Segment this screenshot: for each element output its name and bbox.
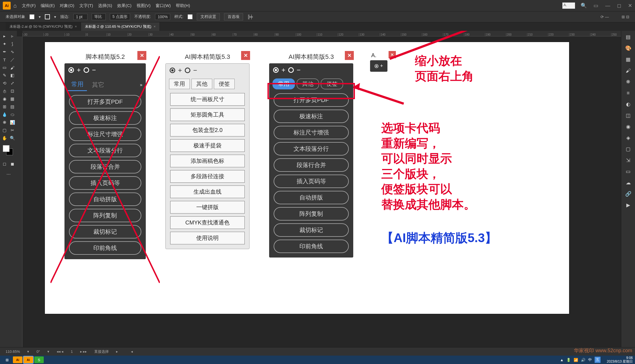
brushes-icon[interactable]: 🖌 bbox=[624, 66, 633, 75]
asset-export-icon[interactable]: ⇲ bbox=[624, 156, 633, 165]
script-button[interactable]: 多段路径连接 bbox=[170, 170, 245, 183]
graph-tool[interactable]: 📊 bbox=[9, 119, 16, 126]
style-swatch[interactable] bbox=[188, 14, 193, 19]
search-icon[interactable]: 🔍 bbox=[581, 3, 587, 8]
shape-builder-tool[interactable]: ◉ bbox=[1, 95, 8, 103]
script-button[interactable]: 打开多页PDF bbox=[274, 93, 349, 107]
script-button[interactable]: 生成出血线 bbox=[170, 186, 245, 198]
tab-other[interactable]: 其他 bbox=[297, 78, 319, 89]
menu-view[interactable]: 视图(V) bbox=[137, 3, 151, 8]
uniform-field[interactable]: 等比 bbox=[92, 13, 106, 20]
radio-option[interactable] bbox=[185, 68, 190, 73]
scale-tool[interactable]: ⤢ bbox=[9, 80, 16, 87]
preferences-button[interactable]: 首选项 bbox=[224, 13, 243, 20]
shaper-tool[interactable]: ✎ bbox=[1, 72, 8, 79]
graphic-styles-icon[interactable]: ◈ bbox=[624, 133, 633, 142]
taskbar-app[interactable]: S bbox=[34, 356, 44, 363]
tab-other[interactable]: 其它 bbox=[89, 79, 108, 91]
opacity-field[interactable]: 100% bbox=[155, 14, 170, 20]
menu-effect[interactable]: 效果(C) bbox=[117, 3, 131, 8]
script-button[interactable]: 阵列复制 bbox=[274, 207, 349, 221]
menu-select[interactable]: 选择(S) bbox=[98, 3, 112, 8]
tab-common[interactable]: 常用 bbox=[273, 78, 295, 89]
rectangle-tool[interactable]: ▭ bbox=[1, 64, 8, 71]
transparency-icon[interactable]: ◫ bbox=[624, 111, 633, 120]
align-icon[interactable]: ╠╪ bbox=[247, 15, 253, 19]
radio-option[interactable] bbox=[68, 67, 74, 73]
mini-panel-dock[interactable]: A. bbox=[562, 3, 575, 9]
script-button[interactable]: 插入页码等 bbox=[69, 176, 141, 190]
draw-mode[interactable]: ◻ bbox=[1, 160, 8, 168]
minimize-icon[interactable]: — bbox=[605, 3, 610, 8]
script-button[interactable]: 印前角线 bbox=[274, 240, 349, 253]
color-controls[interactable] bbox=[3, 145, 14, 156]
perspective-tool[interactable]: ▦ bbox=[9, 95, 16, 103]
script-button[interactable]: 插入页码等 bbox=[274, 175, 349, 188]
hand-tool[interactable]: ✋ bbox=[1, 135, 8, 142]
appearance-icon[interactable]: ◉ bbox=[624, 122, 633, 131]
script-button[interactable]: 添加画稿色标 bbox=[170, 155, 245, 167]
tab-common[interactable]: 常用 bbox=[68, 78, 87, 91]
start-button[interactable]: ⊞ bbox=[2, 356, 12, 363]
menu-type[interactable]: 文字(T) bbox=[79, 3, 93, 8]
script-button[interactable]: 段落行合并 bbox=[69, 160, 141, 173]
brush-field[interactable]: 5 点圆形 bbox=[110, 13, 130, 20]
close-button[interactable]: ✕ bbox=[137, 51, 146, 60]
swatches-icon[interactable]: ▦ bbox=[624, 55, 633, 64]
fill-swatch[interactable] bbox=[29, 14, 34, 19]
document-setup-button[interactable]: 文档设置 bbox=[197, 13, 220, 20]
foreground-color[interactable] bbox=[3, 145, 10, 152]
tray-icon[interactable]: ▲ bbox=[560, 358, 564, 362]
tray-icon[interactable]: 🔋 bbox=[566, 358, 571, 362]
radio-option[interactable] bbox=[375, 64, 378, 68]
tab-common[interactable]: 常用 bbox=[169, 79, 190, 89]
document-tab-1[interactable]: 未标题-2.ai @ 50 % (CMYK/CPU 预览)× bbox=[6, 22, 81, 31]
home-icon[interactable]: ⌂ bbox=[13, 3, 17, 9]
radio-option[interactable] bbox=[288, 67, 294, 73]
tab-notes[interactable]: 便签 bbox=[214, 79, 235, 89]
selection-tool[interactable]: ▸ bbox=[1, 33, 8, 40]
script-button[interactable]: 自动拼版 bbox=[274, 191, 349, 204]
script-button[interactable]: 使用说明 bbox=[170, 232, 245, 244]
ime-icon[interactable]: 五 bbox=[595, 357, 601, 363]
curvature-tool[interactable]: ∿ bbox=[9, 48, 16, 55]
taskbar-app[interactable]: Ai bbox=[13, 356, 22, 363]
artboard-number[interactable]: 1 bbox=[71, 349, 73, 354]
blend-tool[interactable]: ⬭ bbox=[9, 111, 16, 118]
close-button[interactable]: ✕ bbox=[345, 51, 354, 60]
close-button[interactable]: ✕ bbox=[389, 51, 396, 58]
maximize-icon[interactable]: ◻ bbox=[617, 3, 621, 8]
script-button[interactable]: 极速标注 bbox=[274, 110, 349, 123]
zoom-field[interactable]: 110.65% bbox=[6, 349, 20, 354]
eyedropper-tool[interactable]: 💧 bbox=[1, 111, 8, 118]
radio-option[interactable] bbox=[273, 67, 279, 73]
clock[interactable]: 9:06 2023/8/13 星期日 bbox=[607, 356, 633, 363]
document-tab-2[interactable]: 未标题-2 @ 110.65 % (CMYK/CPU 预览)× bbox=[81, 22, 160, 31]
eraser-tool[interactable]: ◧ bbox=[9, 72, 16, 79]
menu-window[interactable]: 窗口(W) bbox=[156, 3, 171, 8]
direct-selection-tool[interactable]: ▹ bbox=[9, 33, 16, 40]
script-button[interactable]: 极速标注 bbox=[69, 111, 141, 125]
lasso-tool[interactable]: ⟆ bbox=[9, 40, 16, 48]
taskbar-app[interactable]: Ai bbox=[24, 356, 33, 363]
script-button[interactable]: 阵列复制 bbox=[69, 209, 141, 222]
stroke-icon[interactable]: ≡ bbox=[624, 89, 633, 98]
symbol-sprayer-tool[interactable]: ❋ bbox=[1, 119, 8, 126]
script-button[interactable]: 矩形圆角工具 bbox=[170, 108, 245, 121]
layers-icon[interactable]: ▢ bbox=[624, 145, 633, 154]
actions-icon[interactable]: ▶ bbox=[624, 201, 633, 210]
chevron-right-icon[interactable]: » bbox=[140, 82, 142, 87]
properties-icon[interactable]: ▤ bbox=[624, 33, 633, 41]
paintbrush-tool[interactable]: 🖌 bbox=[9, 64, 16, 71]
rotate-tool[interactable]: ⟲ bbox=[1, 80, 8, 87]
artboard-nav[interactable]: ◂◂ ◂ bbox=[57, 349, 64, 354]
script-button[interactable]: 裁切标记 bbox=[274, 223, 349, 237]
symbols-icon[interactable]: ❋ bbox=[624, 77, 633, 86]
loop-icon[interactable]: ⟳ — bbox=[601, 15, 609, 19]
script-button[interactable]: 统一画板尺寸 bbox=[170, 93, 245, 106]
artboards-icon[interactable]: ▭ bbox=[624, 167, 633, 176]
script-button[interactable]: 一键拼版 bbox=[170, 201, 245, 214]
script-button[interactable]: 标注尺寸增强 bbox=[69, 127, 141, 141]
script-button[interactable]: 自动拼版 bbox=[69, 193, 141, 206]
rotation-field[interactable]: 0° bbox=[36, 349, 40, 354]
